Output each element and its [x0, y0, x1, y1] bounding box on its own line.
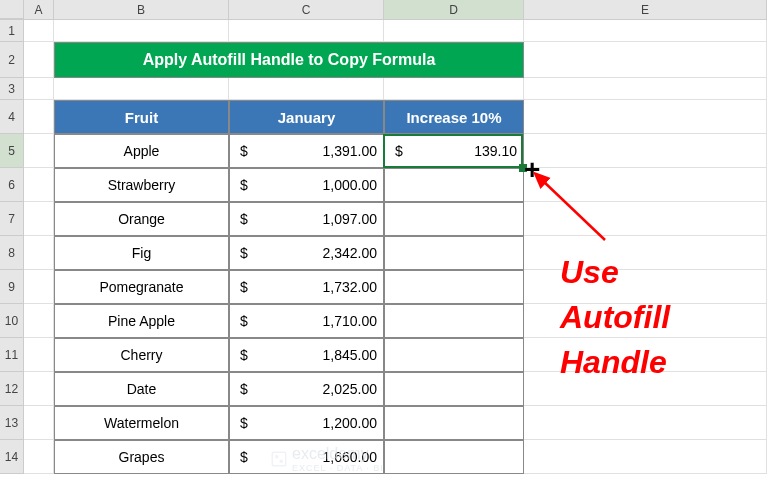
header-increase[interactable]: Increase 10%	[384, 100, 524, 134]
cell-e13[interactable]	[524, 406, 767, 440]
cell-e5[interactable]	[524, 134, 767, 168]
cell-d1[interactable]	[384, 20, 524, 42]
currency-symbol: $	[236, 313, 248, 329]
cell-a14[interactable]	[24, 440, 54, 474]
cell-e14[interactable]	[524, 440, 767, 474]
january-cell[interactable]: $1,200.00	[229, 406, 384, 440]
select-all-corner[interactable]	[0, 0, 24, 19]
cell-a11[interactable]	[24, 338, 54, 372]
column-headers: A B C D E	[0, 0, 767, 20]
increase-cell[interactable]	[384, 270, 524, 304]
row-header-12[interactable]: 12	[0, 372, 24, 406]
january-cell[interactable]: $2,342.00	[229, 236, 384, 270]
increase-cell[interactable]: $139.10	[384, 134, 524, 168]
cell-e4[interactable]	[524, 100, 767, 134]
cell-b3[interactable]	[54, 78, 229, 100]
cell-a12[interactable]	[24, 372, 54, 406]
currency-symbol: $	[236, 143, 248, 159]
row-header-14[interactable]: 14	[0, 440, 24, 474]
table-row: 13Watermelon$1,200.00	[0, 406, 767, 440]
currency-symbol: $	[236, 279, 248, 295]
cell-b1[interactable]	[54, 20, 229, 42]
col-header-b[interactable]: B	[54, 0, 229, 19]
table-row: 7Orange$1,097.00	[0, 202, 767, 236]
fruit-cell[interactable]: Grapes	[54, 440, 229, 474]
currency-symbol: $	[236, 211, 248, 227]
cell-a13[interactable]	[24, 406, 54, 440]
currency-symbol: $	[236, 347, 248, 363]
fruit-cell[interactable]: Orange	[54, 202, 229, 236]
fruit-cell[interactable]: Apple	[54, 134, 229, 168]
january-cell[interactable]: $1,710.00	[229, 304, 384, 338]
increase-cell[interactable]	[384, 304, 524, 338]
increase-cell[interactable]	[384, 406, 524, 440]
increase-cell[interactable]	[384, 168, 524, 202]
cell-c1[interactable]	[229, 20, 384, 42]
fruit-cell[interactable]: Date	[54, 372, 229, 406]
increase-cell[interactable]	[384, 440, 524, 474]
col-header-a[interactable]: A	[24, 0, 54, 19]
cell-c3[interactable]	[229, 78, 384, 100]
cell-a4[interactable]	[24, 100, 54, 134]
row-header-2[interactable]: 2	[0, 42, 24, 78]
row-header-8[interactable]: 8	[0, 236, 24, 270]
row-header-1[interactable]: 1	[0, 20, 24, 42]
january-cell[interactable]: $1,732.00	[229, 270, 384, 304]
row-header-5[interactable]: 5	[0, 134, 24, 168]
amount-value: 1,845.00	[323, 347, 378, 363]
watermark-tag: EXCEL · DATA · BI	[292, 463, 384, 473]
amount-value: 139.10	[474, 143, 517, 159]
increase-cell[interactable]	[384, 236, 524, 270]
row-header-4[interactable]: 4	[0, 100, 24, 134]
cell-a6[interactable]	[24, 168, 54, 202]
col-header-e[interactable]: E	[524, 0, 767, 19]
row-header-11[interactable]: 11	[0, 338, 24, 372]
cell-a8[interactable]	[24, 236, 54, 270]
annotation-line1: Use	[560, 250, 670, 295]
fruit-cell[interactable]: Fig	[54, 236, 229, 270]
cell-a10[interactable]	[24, 304, 54, 338]
row-header-9[interactable]: 9	[0, 270, 24, 304]
row-header-3[interactable]: 3	[0, 78, 24, 100]
january-cell[interactable]: $1,097.00	[229, 202, 384, 236]
amount-value: 2,342.00	[323, 245, 378, 261]
fruit-cell[interactable]: Strawberry	[54, 168, 229, 202]
cell-a3[interactable]	[24, 78, 54, 100]
header-fruit[interactable]: Fruit	[54, 100, 229, 134]
january-cell[interactable]: $1,845.00	[229, 338, 384, 372]
col-header-d[interactable]: D	[384, 0, 524, 19]
row-header-6[interactable]: 6	[0, 168, 24, 202]
cell-a1[interactable]	[24, 20, 54, 42]
instruction-annotation: Use Autofill Handle	[560, 250, 670, 384]
fruit-cell[interactable]: Cherry	[54, 338, 229, 372]
fruit-cell[interactable]: Watermelon	[54, 406, 229, 440]
row-header-10[interactable]: 10	[0, 304, 24, 338]
fruit-cell[interactable]: Pine Apple	[54, 304, 229, 338]
header-january[interactable]: January	[229, 100, 384, 134]
increase-cell[interactable]	[384, 202, 524, 236]
cell-a9[interactable]	[24, 270, 54, 304]
january-cell[interactable]: $2,025.00	[229, 372, 384, 406]
title-cell[interactable]: Apply Autofill Handle to Copy Formula	[54, 42, 524, 78]
row-header-13[interactable]: 13	[0, 406, 24, 440]
amount-value: 1,097.00	[323, 211, 378, 227]
cell-a5[interactable]	[24, 134, 54, 168]
watermark-brand: exceldemy	[292, 445, 384, 463]
cell-e1[interactable]	[524, 20, 767, 42]
cell-d3[interactable]	[384, 78, 524, 100]
col-header-c[interactable]: C	[229, 0, 384, 19]
row-header-7[interactable]: 7	[0, 202, 24, 236]
increase-cell[interactable]	[384, 338, 524, 372]
cell-a7[interactable]	[24, 202, 54, 236]
cell-e2[interactable]	[524, 42, 767, 78]
january-cell[interactable]: $1,000.00	[229, 168, 384, 202]
amount-value: 2,025.00	[323, 381, 378, 397]
amount-value: 1,732.00	[323, 279, 378, 295]
cell-e3[interactable]	[524, 78, 767, 100]
fruit-cell[interactable]: Pomegranate	[54, 270, 229, 304]
january-cell[interactable]: $1,391.00	[229, 134, 384, 168]
amount-value: 1,200.00	[323, 415, 378, 431]
cell-a2[interactable]	[24, 42, 54, 78]
increase-cell[interactable]	[384, 372, 524, 406]
currency-symbol: $	[236, 245, 248, 261]
